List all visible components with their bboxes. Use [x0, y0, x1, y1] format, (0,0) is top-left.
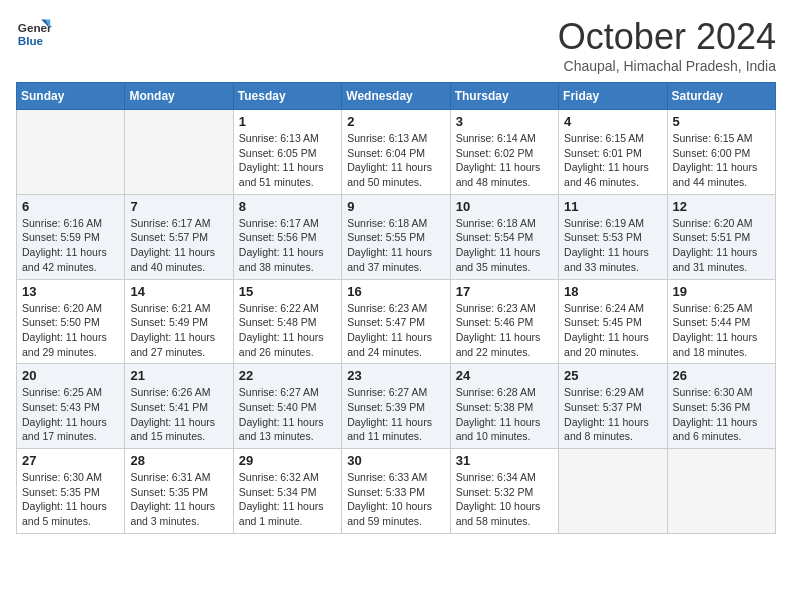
day-info: Sunrise: 6:20 AMSunset: 5:50 PMDaylight:…	[22, 301, 119, 360]
day-number: 15	[239, 284, 336, 299]
day-number: 1	[239, 114, 336, 129]
day-info: Sunrise: 6:17 AMSunset: 5:57 PMDaylight:…	[130, 216, 227, 275]
day-info: Sunrise: 6:25 AMSunset: 5:44 PMDaylight:…	[673, 301, 770, 360]
calendar-cell: 27Sunrise: 6:30 AMSunset: 5:35 PMDayligh…	[17, 449, 125, 534]
calendar-cell: 14Sunrise: 6:21 AMSunset: 5:49 PMDayligh…	[125, 279, 233, 364]
calendar-cell	[559, 449, 667, 534]
day-number: 17	[456, 284, 553, 299]
day-number: 3	[456, 114, 553, 129]
day-number: 19	[673, 284, 770, 299]
calendar-cell: 24Sunrise: 6:28 AMSunset: 5:38 PMDayligh…	[450, 364, 558, 449]
day-info: Sunrise: 6:30 AMSunset: 5:35 PMDaylight:…	[22, 470, 119, 529]
calendar-cell: 21Sunrise: 6:26 AMSunset: 5:41 PMDayligh…	[125, 364, 233, 449]
day-info: Sunrise: 6:15 AMSunset: 6:01 PMDaylight:…	[564, 131, 661, 190]
calendar-cell: 16Sunrise: 6:23 AMSunset: 5:47 PMDayligh…	[342, 279, 450, 364]
calendar-cell: 18Sunrise: 6:24 AMSunset: 5:45 PMDayligh…	[559, 279, 667, 364]
calendar-table: SundayMondayTuesdayWednesdayThursdayFrid…	[16, 82, 776, 534]
day-number: 29	[239, 453, 336, 468]
calendar-cell: 30Sunrise: 6:33 AMSunset: 5:33 PMDayligh…	[342, 449, 450, 534]
calendar-cell: 15Sunrise: 6:22 AMSunset: 5:48 PMDayligh…	[233, 279, 341, 364]
calendar-cell: 2Sunrise: 6:13 AMSunset: 6:04 PMDaylight…	[342, 110, 450, 195]
calendar-cell: 19Sunrise: 6:25 AMSunset: 5:44 PMDayligh…	[667, 279, 775, 364]
calendar-header-saturday: Saturday	[667, 83, 775, 110]
calendar-cell: 11Sunrise: 6:19 AMSunset: 5:53 PMDayligh…	[559, 194, 667, 279]
day-number: 8	[239, 199, 336, 214]
calendar-cell: 22Sunrise: 6:27 AMSunset: 5:40 PMDayligh…	[233, 364, 341, 449]
calendar-header-thursday: Thursday	[450, 83, 558, 110]
day-number: 5	[673, 114, 770, 129]
day-number: 26	[673, 368, 770, 383]
day-info: Sunrise: 6:23 AMSunset: 5:46 PMDaylight:…	[456, 301, 553, 360]
calendar-week-row: 1Sunrise: 6:13 AMSunset: 6:05 PMDaylight…	[17, 110, 776, 195]
day-info: Sunrise: 6:27 AMSunset: 5:40 PMDaylight:…	[239, 385, 336, 444]
month-title: October 2024	[558, 16, 776, 58]
day-number: 11	[564, 199, 661, 214]
calendar-cell: 28Sunrise: 6:31 AMSunset: 5:35 PMDayligh…	[125, 449, 233, 534]
calendar-week-row: 20Sunrise: 6:25 AMSunset: 5:43 PMDayligh…	[17, 364, 776, 449]
calendar-cell: 7Sunrise: 6:17 AMSunset: 5:57 PMDaylight…	[125, 194, 233, 279]
calendar-header-row: SundayMondayTuesdayWednesdayThursdayFrid…	[17, 83, 776, 110]
day-number: 2	[347, 114, 444, 129]
day-info: Sunrise: 6:13 AMSunset: 6:05 PMDaylight:…	[239, 131, 336, 190]
day-info: Sunrise: 6:19 AMSunset: 5:53 PMDaylight:…	[564, 216, 661, 275]
day-info: Sunrise: 6:18 AMSunset: 5:54 PMDaylight:…	[456, 216, 553, 275]
calendar-cell: 26Sunrise: 6:30 AMSunset: 5:36 PMDayligh…	[667, 364, 775, 449]
day-info: Sunrise: 6:17 AMSunset: 5:56 PMDaylight:…	[239, 216, 336, 275]
day-info: Sunrise: 6:31 AMSunset: 5:35 PMDaylight:…	[130, 470, 227, 529]
calendar-week-row: 13Sunrise: 6:20 AMSunset: 5:50 PMDayligh…	[17, 279, 776, 364]
day-info: Sunrise: 6:25 AMSunset: 5:43 PMDaylight:…	[22, 385, 119, 444]
day-info: Sunrise: 6:30 AMSunset: 5:36 PMDaylight:…	[673, 385, 770, 444]
day-info: Sunrise: 6:32 AMSunset: 5:34 PMDaylight:…	[239, 470, 336, 529]
day-number: 12	[673, 199, 770, 214]
calendar-cell: 5Sunrise: 6:15 AMSunset: 6:00 PMDaylight…	[667, 110, 775, 195]
calendar-cell	[125, 110, 233, 195]
day-info: Sunrise: 6:13 AMSunset: 6:04 PMDaylight:…	[347, 131, 444, 190]
day-number: 20	[22, 368, 119, 383]
title-block: October 2024 Chaupal, Himachal Pradesh, …	[558, 16, 776, 74]
calendar-cell: 3Sunrise: 6:14 AMSunset: 6:02 PMDaylight…	[450, 110, 558, 195]
calendar-cell: 20Sunrise: 6:25 AMSunset: 5:43 PMDayligh…	[17, 364, 125, 449]
day-info: Sunrise: 6:18 AMSunset: 5:55 PMDaylight:…	[347, 216, 444, 275]
day-info: Sunrise: 6:22 AMSunset: 5:48 PMDaylight:…	[239, 301, 336, 360]
day-info: Sunrise: 6:24 AMSunset: 5:45 PMDaylight:…	[564, 301, 661, 360]
location-subtitle: Chaupal, Himachal Pradesh, India	[558, 58, 776, 74]
day-number: 21	[130, 368, 227, 383]
day-number: 31	[456, 453, 553, 468]
day-info: Sunrise: 6:33 AMSunset: 5:33 PMDaylight:…	[347, 470, 444, 529]
logo: General Blue	[16, 16, 52, 52]
day-info: Sunrise: 6:20 AMSunset: 5:51 PMDaylight:…	[673, 216, 770, 275]
calendar-cell: 6Sunrise: 6:16 AMSunset: 5:59 PMDaylight…	[17, 194, 125, 279]
calendar-cell: 8Sunrise: 6:17 AMSunset: 5:56 PMDaylight…	[233, 194, 341, 279]
day-number: 23	[347, 368, 444, 383]
day-number: 16	[347, 284, 444, 299]
day-number: 18	[564, 284, 661, 299]
calendar-cell: 23Sunrise: 6:27 AMSunset: 5:39 PMDayligh…	[342, 364, 450, 449]
calendar-cell: 13Sunrise: 6:20 AMSunset: 5:50 PMDayligh…	[17, 279, 125, 364]
calendar-header-friday: Friday	[559, 83, 667, 110]
day-number: 6	[22, 199, 119, 214]
calendar-cell: 9Sunrise: 6:18 AMSunset: 5:55 PMDaylight…	[342, 194, 450, 279]
day-number: 14	[130, 284, 227, 299]
calendar-week-row: 6Sunrise: 6:16 AMSunset: 5:59 PMDaylight…	[17, 194, 776, 279]
day-number: 22	[239, 368, 336, 383]
day-number: 9	[347, 199, 444, 214]
calendar-week-row: 27Sunrise: 6:30 AMSunset: 5:35 PMDayligh…	[17, 449, 776, 534]
svg-text:Blue: Blue	[18, 34, 44, 47]
day-info: Sunrise: 6:28 AMSunset: 5:38 PMDaylight:…	[456, 385, 553, 444]
day-info: Sunrise: 6:14 AMSunset: 6:02 PMDaylight:…	[456, 131, 553, 190]
calendar-cell: 29Sunrise: 6:32 AMSunset: 5:34 PMDayligh…	[233, 449, 341, 534]
calendar-cell: 25Sunrise: 6:29 AMSunset: 5:37 PMDayligh…	[559, 364, 667, 449]
calendar-header-monday: Monday	[125, 83, 233, 110]
page-header: General Blue October 2024 Chaupal, Himac…	[16, 16, 776, 74]
calendar-header-tuesday: Tuesday	[233, 83, 341, 110]
day-number: 7	[130, 199, 227, 214]
day-info: Sunrise: 6:34 AMSunset: 5:32 PMDaylight:…	[456, 470, 553, 529]
calendar-cell: 31Sunrise: 6:34 AMSunset: 5:32 PMDayligh…	[450, 449, 558, 534]
calendar-cell: 1Sunrise: 6:13 AMSunset: 6:05 PMDaylight…	[233, 110, 341, 195]
day-info: Sunrise: 6:21 AMSunset: 5:49 PMDaylight:…	[130, 301, 227, 360]
day-number: 25	[564, 368, 661, 383]
calendar-header-wednesday: Wednesday	[342, 83, 450, 110]
day-info: Sunrise: 6:27 AMSunset: 5:39 PMDaylight:…	[347, 385, 444, 444]
calendar-cell	[667, 449, 775, 534]
calendar-cell: 4Sunrise: 6:15 AMSunset: 6:01 PMDaylight…	[559, 110, 667, 195]
